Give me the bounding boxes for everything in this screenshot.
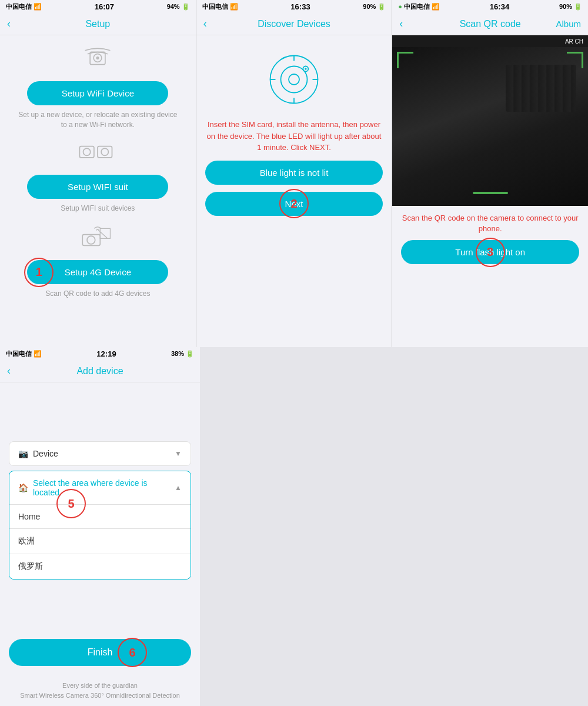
camera-overlay: AR CH bbox=[392, 35, 588, 47]
time-2: 16:33 bbox=[290, 2, 310, 11]
camera-outline-icon bbox=[268, 53, 320, 106]
battery-icon-1: 🔋 bbox=[182, 3, 190, 11]
carrier-4: 中国电信 bbox=[6, 349, 32, 358]
setup-4g-btn-wrapper: Setup 4G Device 1 bbox=[27, 260, 168, 284]
battery-text-2: 90% bbox=[363, 3, 376, 10]
flashlight-btn-wrapper: Turn flash light on 3 bbox=[401, 240, 579, 264]
add-device-screen: 中国电信 📶 12:19 38% 🔋 ‹ Add device 📷 Device bbox=[0, 347, 200, 706]
tagline-line1: Every side of the guardian bbox=[6, 681, 194, 691]
battery-3: 90% 🔋 bbox=[559, 3, 582, 11]
scan-bottom: Scan the QR code on the camera to connec… bbox=[392, 206, 588, 271]
battery-icon-3: 🔋 bbox=[574, 3, 582, 11]
dot-green-3: ● bbox=[398, 3, 402, 10]
option-europe[interactable]: 欧洲 bbox=[9, 528, 191, 554]
status-left-1: 中国电信 📶 bbox=[6, 2, 42, 11]
battery-2: 90% 🔋 bbox=[363, 3, 386, 11]
finish-button[interactable]: Finish bbox=[9, 639, 191, 666]
finish-btn-container: Finish 6 bbox=[0, 630, 200, 675]
nav-bar-3: ‹ Scan QR code Album bbox=[392, 13, 588, 35]
setup-suit-desc: Setup WIFI suit devices bbox=[55, 204, 141, 214]
camera-overlay-text: AR CH bbox=[565, 38, 583, 45]
wifi-icon-4: 📶 bbox=[34, 350, 42, 358]
wifi-suit-icon bbox=[77, 141, 118, 170]
nav-title-1: Setup bbox=[85, 19, 110, 29]
qr-corner-tl bbox=[397, 52, 413, 68]
back-button-2[interactable]: ‹ bbox=[203, 18, 207, 30]
bottom-row: 中国电信 📶 12:19 38% 🔋 ‹ Add device 📷 Device bbox=[0, 347, 588, 706]
time-1: 16:07 bbox=[95, 2, 114, 11]
status-left-2: 中国电信 📶 bbox=[202, 2, 238, 11]
nav-bar-2: ‹ Discover Devices bbox=[196, 13, 392, 35]
option-russia[interactable]: 俄罗斯 bbox=[9, 554, 191, 579]
wifi-icon-3: 📶 bbox=[432, 3, 440, 11]
wifi-icon-2: 📶 bbox=[230, 3, 238, 11]
scan-instruction-text: Scan the QR code on the camera to connec… bbox=[401, 213, 579, 234]
setup-4g-button[interactable]: Setup 4G Device bbox=[27, 260, 168, 284]
carrier-2: 中国电信 bbox=[202, 2, 228, 11]
back-button-3[interactable]: ‹ bbox=[399, 18, 403, 30]
device-chevron-icon: ▼ bbox=[175, 449, 182, 458]
nav-title-2: Discover Devices bbox=[258, 19, 330, 29]
setup-wifi-button[interactable]: Setup WiFi Device bbox=[27, 81, 168, 105]
carrier-1: 中国电信 bbox=[6, 2, 32, 11]
tagline-line2: Smart Wireless Camera 360° Omnidirection… bbox=[6, 691, 194, 701]
blue-light-btn-wrapper: Blue light is not lit bbox=[205, 161, 383, 185]
spacer-top bbox=[9, 394, 191, 441]
blue-light-button[interactable]: Blue light is not lit bbox=[205, 161, 383, 185]
area-dropdown-label: 🏠 Select the area where device is locate… bbox=[18, 478, 175, 497]
nav-title-3: Scan QR code bbox=[460, 19, 521, 29]
svg-point-4 bbox=[83, 148, 91, 155]
battery-text-4: 38% bbox=[171, 350, 184, 357]
battery-text-3: 90% bbox=[559, 3, 572, 10]
nav-title-4: Add device bbox=[76, 366, 123, 377]
time-4: 12:19 bbox=[96, 349, 116, 358]
option-home[interactable]: Home bbox=[9, 504, 191, 528]
flashlight-button[interactable]: Turn flash light on bbox=[401, 240, 579, 264]
device-icon-dropdown: 📷 bbox=[18, 449, 28, 458]
empty-right bbox=[200, 347, 588, 706]
qr-camera-view: AR CH bbox=[392, 35, 588, 206]
back-button-4[interactable]: ‹ bbox=[7, 365, 11, 377]
nav-bar-4: ‹ Add device bbox=[0, 360, 200, 382]
setup-suit-button[interactable]: Setup WIFI suit bbox=[27, 175, 168, 199]
setup-content: Setup WiFi Device Set up a new device, o… bbox=[0, 35, 196, 347]
svg-point-13 bbox=[305, 68, 307, 70]
scan-line bbox=[473, 192, 508, 194]
setup-screen: 中国电信 📶 16:07 94% 🔋 ‹ Setup Setup bbox=[0, 0, 196, 347]
time-3: 16:34 bbox=[490, 2, 509, 11]
nav-bar-1: ‹ Setup bbox=[0, 13, 196, 35]
setup-wifi-desc: Set up a new device, or relocate an exis… bbox=[12, 110, 184, 130]
battery-text-1: 94% bbox=[167, 3, 180, 10]
svg-point-9 bbox=[270, 56, 318, 104]
battery-icon-2: 🔋 bbox=[377, 3, 386, 11]
add-device-content: 📷 Device ▼ 🏠 Select the area where devic… bbox=[0, 382, 200, 630]
scan-qr-screen: ● 中国电信 📶 16:34 90% 🔋 ‹ Scan QR code Albu… bbox=[392, 0, 588, 347]
area-label-text: Select the area where device is located. bbox=[33, 478, 175, 497]
next-btn-wrapper: Next 2 bbox=[205, 192, 383, 216]
next-button[interactable]: Next bbox=[205, 192, 383, 216]
spacer-middle bbox=[9, 580, 191, 618]
back-button-1[interactable]: ‹ bbox=[7, 18, 11, 30]
setup-suit-btn-wrapper: Setup WIFI suit bbox=[27, 175, 168, 199]
svg-point-11 bbox=[289, 74, 299, 85]
bottom-tagline: Every side of the guardian Smart Wireles… bbox=[0, 675, 200, 706]
device-label-text: Device bbox=[33, 449, 58, 458]
status-left-4: 中国电信 📶 bbox=[6, 349, 42, 358]
4g-device-icon bbox=[80, 224, 115, 253]
status-bar-4: 中国电信 📶 12:19 38% 🔋 bbox=[0, 347, 200, 360]
area-chevron-icon: ▲ bbox=[175, 484, 182, 492]
battery-icon-4: 🔋 bbox=[186, 350, 194, 358]
status-left-3: ● 中国电信 📶 bbox=[398, 2, 440, 11]
battery-1: 94% 🔋 bbox=[167, 3, 190, 11]
device-dropdown[interactable]: 📷 Device ▼ bbox=[9, 441, 191, 466]
album-button[interactable]: Album bbox=[556, 19, 581, 29]
area-dropdown[interactable]: 🏠 Select the area where device is locate… bbox=[9, 471, 191, 580]
svg-point-8 bbox=[87, 237, 95, 245]
keyboard-texture bbox=[506, 65, 576, 112]
status-bar-2: 中国电信 📶 16:33 90% 🔋 bbox=[196, 0, 392, 13]
setup-4g-desc: Scan QR code to add 4G devices bbox=[39, 289, 156, 299]
wifi-icon-1: 📶 bbox=[34, 3, 42, 11]
discover-content: Insert the SIM card, install the antenna… bbox=[196, 35, 392, 347]
area-dropdown-header: 🏠 Select the area where device is locate… bbox=[9, 471, 191, 504]
camera-feed bbox=[392, 47, 588, 206]
